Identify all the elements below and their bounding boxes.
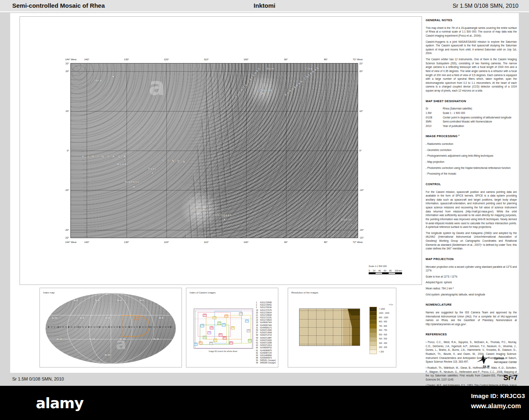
legend-row: 750 - 800 bbox=[369, 324, 393, 328]
legend-row: > 1400 bbox=[369, 307, 393, 311]
designation-key: 0/108 bbox=[426, 116, 443, 120]
longitude-label: 120° bbox=[164, 58, 169, 61]
projection-lines: Mercator projection onto a secant cylind… bbox=[426, 265, 517, 297]
feature-label: Num bbox=[267, 67, 274, 70]
latitude-label: 20° bbox=[66, 70, 69, 72]
index-map-panel: Index map a Sr-1Sr-2Sr-3Sr-4Sr-5Sr-10Sr-… bbox=[39, 288, 182, 368]
feature-center-dot bbox=[224, 219, 225, 220]
quad-label: Sr-5 bbox=[140, 299, 144, 302]
footprint-marker: 57 bbox=[222, 323, 226, 326]
legend-swatch bbox=[369, 341, 377, 346]
feature-center-dot bbox=[152, 173, 153, 174]
footprint-marker: 99 bbox=[247, 329, 250, 332]
image-id-text: Image ID: KRJCG3 bbox=[471, 392, 525, 399]
legend-label: 500 - 600 bbox=[379, 334, 387, 336]
latitude-label: -10° bbox=[65, 189, 69, 191]
alamy-logo: alamy bbox=[36, 395, 83, 411]
image-processing-list: - Radiometric correction- Geometric corr… bbox=[426, 142, 517, 176]
footprint-marker: 21 bbox=[213, 316, 216, 319]
legend-row: 900 - 1000 bbox=[369, 315, 393, 320]
resolution-legend: m/px > 14001000 - 1400900 - 1000800 - 90… bbox=[369, 304, 393, 354]
resolution-panel: Resolution of the images 144° West130°11… bbox=[288, 288, 396, 368]
cassini-index-panel: Index of Cassini images 2021222319253155… bbox=[186, 288, 278, 368]
legend-swatch bbox=[369, 311, 377, 316]
image-number: 99 bbox=[256, 362, 260, 364]
scale-text: Scale 1:1 500 000 bbox=[369, 265, 413, 267]
quad-label: Sr-4 bbox=[117, 299, 122, 302]
footprint-marker: 88 bbox=[209, 342, 213, 345]
image-id: 5485258 (Voyager) bbox=[260, 362, 276, 364]
footprint-marker: 63 bbox=[213, 339, 217, 342]
processing-step: - Map projection bbox=[426, 160, 517, 164]
legend-swatch bbox=[369, 332, 377, 337]
footprint-caption: Image 83 covers the whole sheet bbox=[194, 350, 252, 352]
footprint-marker: 22 bbox=[225, 315, 228, 318]
scale-bar: Scale 1:1 500 000 020406080100 km bbox=[369, 265, 413, 274]
feature-center-dot bbox=[113, 76, 114, 77]
scale-tick: 0 bbox=[369, 269, 370, 272]
resolution-map: 144° West130°110°90°72° West 144° West13… bbox=[299, 308, 360, 346]
latitude-label: 20° bbox=[359, 70, 363, 72]
designation-value: Center point in degrees consisting of la… bbox=[443, 116, 512, 120]
legend-row: 400 - 500 bbox=[369, 337, 393, 341]
sheet-designation-code: Sr 1.5M 0/108 SMN, 2010 bbox=[452, 2, 518, 9]
designation-row: 1.5MScale 1 : 1 500 000 bbox=[426, 111, 517, 115]
scale-bar-graphic bbox=[369, 272, 402, 274]
quad-id: Sr-11 bbox=[153, 338, 159, 340]
projection-line: Adopted figure: sphere bbox=[426, 280, 517, 284]
legend-swatch bbox=[369, 350, 377, 354]
processing-step: - Radiometric correction bbox=[426, 142, 517, 146]
legend-row: 600 - 750 bbox=[369, 328, 393, 333]
quad-id: Sr-8 bbox=[105, 317, 110, 319]
longitude-label: 100° bbox=[244, 58, 249, 61]
quad-label: Sr-3 bbox=[95, 299, 100, 302]
quad-label: Sr-15 bbox=[105, 354, 110, 357]
longitude-label: 72° West bbox=[353, 241, 363, 243]
dlr-name-line2: Aerospace Center bbox=[494, 361, 517, 364]
footprint-marker: 80 bbox=[223, 336, 226, 339]
longitude-label: 110° bbox=[204, 58, 209, 61]
processing-step: - Photogrammetric adjustment using limb-… bbox=[426, 154, 517, 158]
footprint-marker: 83 bbox=[229, 341, 233, 345]
dlr-star-icon bbox=[476, 352, 491, 365]
quad-id: Sr-15 bbox=[105, 354, 110, 356]
section-heading: IMAGE PROCESSING ² bbox=[426, 134, 517, 139]
quad-id: Sr-2 bbox=[74, 299, 78, 302]
footprint-marker: 82 bbox=[194, 343, 198, 346]
paragraph: This map sheet is the 7th of a 15-quadra… bbox=[426, 26, 517, 38]
designation-table: SrRhea (Saturnian satellite)1.5MScale 1 … bbox=[426, 107, 517, 128]
section-heading: MAP PROJECTION bbox=[426, 257, 517, 262]
longitude-label: 130° bbox=[124, 241, 129, 243]
quad-label: Sr-8 bbox=[105, 317, 110, 319]
quad-label: Sr-12 bbox=[120, 338, 125, 341]
section-heading: REFERENCES bbox=[426, 332, 517, 337]
processing-step: - Photometric correction using the Hapke… bbox=[426, 166, 517, 170]
scale-ticks: 020406080100 km bbox=[369, 269, 402, 272]
legend-label: 200 - 300 bbox=[379, 346, 387, 348]
designation-row: SrRhea (Saturnian satellite) bbox=[426, 107, 517, 111]
quad-id: Sr-12 bbox=[120, 338, 125, 340]
processing-step: - Geometric correction bbox=[426, 148, 517, 152]
quad-label: Sr-11 bbox=[153, 338, 159, 341]
scale-tick: 40 bbox=[378, 269, 381, 272]
legend-swatch bbox=[369, 328, 377, 333]
legend-label: 750 - 800 bbox=[379, 325, 387, 327]
legend-label: 900 - 1000 bbox=[379, 317, 388, 319]
feature-label: Chingaso bbox=[215, 213, 232, 216]
longitude-label: 144° West bbox=[65, 58, 77, 61]
gridline bbox=[71, 190, 358, 190]
legend-swatch bbox=[369, 324, 377, 328]
legend-swatch bbox=[369, 346, 377, 350]
footprint-marker: 62 bbox=[203, 336, 206, 339]
quad-label: Sr-1 bbox=[105, 293, 110, 296]
paragraph: Cassini-Huygens is a joint NASA/ESA/ASI … bbox=[426, 40, 517, 55]
main-map: 144° West140°130°120°110°100°90°80°72° W… bbox=[70, 63, 358, 238]
footprint-diagram: 2021222319253155575859616263808182838894… bbox=[194, 308, 253, 349]
projection-line: Grid system: planetographic latitude, we… bbox=[426, 293, 517, 297]
legend-label: > 1400 bbox=[379, 308, 385, 310]
index-map-title: Index map bbox=[43, 291, 55, 294]
legend-row: 500 - 600 bbox=[369, 332, 393, 337]
footprint-marker: 19 bbox=[245, 319, 249, 323]
paragraph: The longitude system by Davies and Katay… bbox=[426, 231, 517, 251]
dlr-abbr: DLR bbox=[475, 365, 492, 368]
